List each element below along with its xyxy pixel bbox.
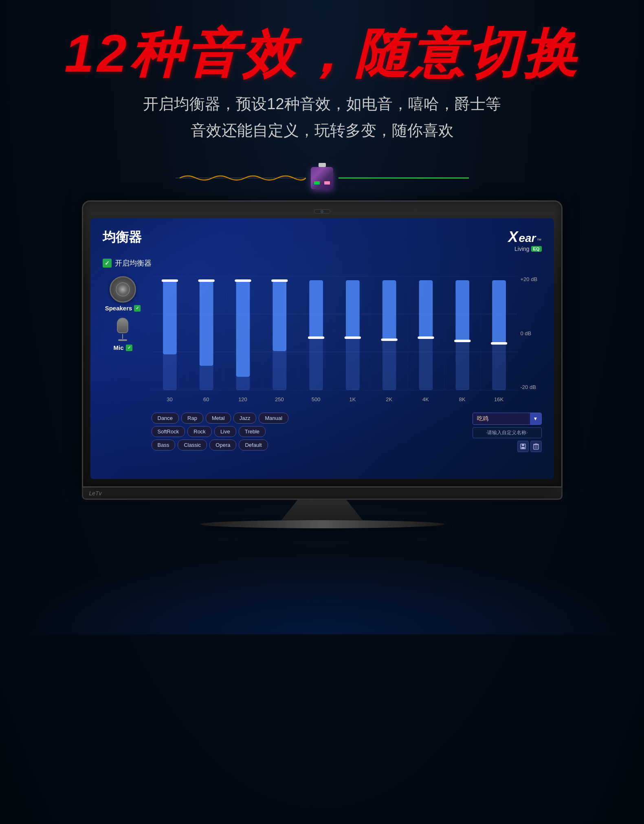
eq-header: 均衡器 X ear ™ Living EQ [103,229,542,252]
eq-main: Speakers ✓ [103,276,542,452]
speaker-inner [116,282,130,297]
eq-left-panel: Speakers ✓ [103,276,143,452]
preset-default[interactable]: Default [239,439,268,450]
mic-head [117,318,128,333]
usb-connector [319,163,326,167]
freq-label-30: 30 [152,392,188,407]
freq-label-16k: 16K [481,392,517,407]
freq-labels-row: 30 60 120 250 500 1K 2K 4K 8K 16K [152,392,517,407]
eq-device-mic: Mic ✓ [113,318,132,351]
presets-rows: Dance Rap Metal Jazz Manual SoftRock [152,413,466,450]
usb-port-pink [324,181,330,185]
bottom-glow [0,553,644,634]
eq-chart: +20 dB 0 dB -20 dB 30 60 120 [152,276,542,407]
tv-top-bar [90,208,554,215]
preset-rock[interactable]: Rock [187,426,212,437]
svg-rect-32 [344,336,360,339]
xear-tm: ™ [537,237,542,243]
svg-rect-48 [534,445,538,449]
eq-enable-checkbox[interactable]: ✓ [103,259,112,268]
svg-rect-22 [236,280,250,377]
wave-left [176,170,306,186]
preset-classic[interactable]: Classic [178,439,207,450]
tv-outer: 均衡器 X ear ™ Living EQ [82,200,563,528]
eq-chart-area: +20 dB 0 dB -20 dB 30 60 120 [152,276,542,452]
xear-eq-badge: EQ [531,246,542,252]
xear-ear-text: ear [519,232,536,245]
xear-living: Living [514,246,530,252]
speaker-icon [110,276,136,303]
xear-sub: Living EQ [514,246,542,252]
preset-treble[interactable]: Treble [239,426,266,437]
xear-logo: X ear ™ Living EQ [508,229,541,252]
db-label-mid: 0 dB [521,330,532,336]
tv-stand-neck [281,500,363,520]
svg-rect-31 [346,280,360,337]
preset-custom-input[interactable]: ·请输入自定义名称· [473,427,542,438]
tv-camera [314,209,330,213]
speaker-check[interactable]: ✓ [134,305,141,312]
svg-rect-25 [273,280,286,351]
svg-rect-19 [199,280,213,366]
freq-label-1k: 1K [334,392,371,407]
svg-rect-23 [235,279,251,282]
svg-rect-17 [161,279,178,282]
mic-check[interactable]: ✓ [126,345,132,351]
svg-rect-41 [454,340,470,342]
eq-enable-label: 开启均衡器 [115,258,152,268]
wave-right [338,170,469,186]
hero-subtitle: 开启均衡器，预设12种音效，如电音，嘻哈，爵士等 音效还能自定义，玩转多变，随你… [33,91,611,143]
eq-enable[interactable]: ✓ 开启均衡器 [103,258,542,268]
freq-label-4k: 4K [407,392,444,407]
hero-title: 12种音效，随意切换 [33,24,611,83]
tv-bezel-bottom: LeTv [82,488,563,500]
tv-section: 均衡器 X ear ™ Living EQ [0,192,644,545]
preset-dropdown-arrow[interactable]: ▼ [530,413,541,424]
svg-rect-34 [382,280,396,339]
svg-rect-38 [418,336,434,339]
preset-opera[interactable]: Opera [209,439,236,450]
usb-port-green [314,181,320,185]
preset-rap[interactable]: Rap [181,413,203,424]
preset-bass[interactable]: Bass [152,439,176,450]
preset-dropdown-text: 吃鸡 [473,413,530,424]
preset-jazz[interactable]: Jazz [233,413,257,424]
db-labels: +20 dB 0 dB -20 dB [517,276,542,390]
mic-label: Mic ✓ [113,344,132,351]
svg-rect-28 [309,280,323,337]
svg-rect-37 [419,280,433,337]
freq-label-250: 250 [261,392,298,407]
freq-label-8k: 8K [444,392,481,407]
freq-label-60: 60 [188,392,224,407]
preset-softrock[interactable]: SoftRock [152,426,185,437]
svg-rect-40 [455,280,469,341]
tv-frame: 均衡器 X ear ™ Living EQ [82,200,563,488]
preset-dropdown[interactable]: 吃鸡 ▼ [473,413,542,425]
usb-device [306,164,338,192]
right-controls: 吃鸡 ▼ ·请输入自定义名称· [473,413,542,452]
preset-delete-button[interactable] [530,441,542,452]
db-label-top: +20 dB [521,276,538,282]
eq-app: 均衡器 X ear ™ Living EQ [103,229,542,452]
eq-device-speaker: Speakers ✓ [105,276,141,312]
tv-stand-base [200,520,444,528]
svg-rect-46 [522,444,524,446]
presets-and-controls: Dance Rap Metal Jazz Manual SoftRock [152,413,542,452]
tv-screen: 均衡器 X ear ™ Living EQ [90,218,554,479]
svg-rect-47 [521,447,525,449]
svg-rect-16 [163,280,177,354]
preset-metal[interactable]: Metal [206,413,231,424]
presets-row-1: Dance Rap Metal Jazz Manual [152,413,466,424]
xear-top: X ear ™ [508,229,541,246]
preset-manual[interactable]: Manual [259,413,288,424]
preset-live[interactable]: Live [214,426,236,437]
preset-dance[interactable]: Dance [152,413,179,424]
tv-camera-lens [321,210,323,213]
mic-base [118,339,127,341]
presets-grid: Dance Rap Metal Jazz Manual SoftRock [152,413,466,450]
speaker-label: Speakers ✓ [105,305,141,312]
device-area [0,156,644,192]
preset-save-button[interactable] [517,441,529,452]
mic-icon [115,318,130,342]
svg-rect-20 [198,279,214,282]
